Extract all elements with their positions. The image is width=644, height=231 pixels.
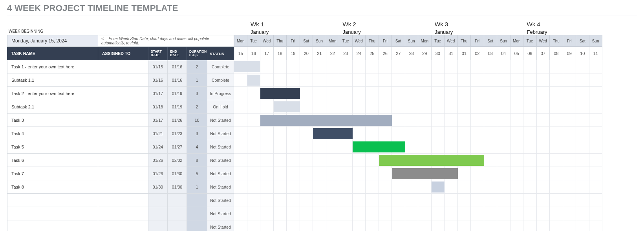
assigned-to-cell[interactable]	[98, 167, 148, 180]
assigned-to-cell[interactable]	[98, 114, 148, 127]
status-cell[interactable]: Complete	[207, 60, 234, 73]
status-cell[interactable]: Not Started	[207, 154, 234, 167]
duration-cell[interactable]	[187, 194, 207, 207]
end-date-cell[interactable]	[168, 207, 187, 220]
task-name-cell[interactable]	[7, 220, 98, 231]
end-date-cell[interactable]: 01/26	[168, 114, 187, 127]
end-date-cell[interactable]: 02/02	[168, 154, 187, 167]
start-date-cell[interactable]: 01/18	[148, 100, 168, 114]
start-date-cell[interactable]: 01/30	[148, 180, 168, 194]
task-name-cell[interactable]: Task 7	[7, 167, 98, 180]
end-date-cell[interactable]: 01/30	[168, 167, 187, 180]
assigned-to-cell[interactable]	[98, 220, 148, 231]
task-name-cell[interactable]: Task 8	[7, 180, 98, 194]
assigned-to-cell[interactable]	[98, 127, 148, 140]
duration-cell[interactable]: 1	[187, 73, 207, 87]
start-date-cell[interactable]	[148, 220, 168, 231]
gantt-cell	[523, 114, 537, 127]
duration-cell[interactable]: 2	[187, 100, 207, 114]
assigned-to-cell[interactable]	[98, 194, 148, 207]
status-cell[interactable]: Complete	[207, 73, 234, 87]
task-name-cell[interactable]: Task 2 - enter your own text here	[7, 87, 98, 100]
end-date-cell[interactable]: 01/23	[168, 127, 187, 140]
gantt-bar[interactable]	[260, 115, 392, 126]
start-date-cell[interactable]	[148, 207, 168, 220]
duration-cell[interactable]: 3	[187, 87, 207, 100]
assigned-to-cell[interactable]	[98, 140, 148, 154]
end-date-cell[interactable]: 01/19	[168, 87, 187, 100]
duration-cell[interactable]: 4	[187, 140, 207, 154]
assigned-to-cell[interactable]	[98, 207, 148, 220]
assigned-to-cell[interactable]	[98, 60, 148, 73]
status-cell[interactable]: Not Started	[207, 180, 234, 194]
gantt-bar[interactable]	[432, 182, 445, 192]
start-date-cell[interactable]: 01/17	[148, 87, 168, 100]
task-name-cell[interactable]	[7, 194, 98, 207]
end-date-cell[interactable]	[168, 194, 187, 207]
start-date-cell[interactable]: 01/21	[148, 127, 168, 140]
assigned-to-cell[interactable]	[98, 180, 148, 194]
day-number-cell: 17	[260, 47, 274, 60]
gantt-bar[interactable]	[234, 61, 260, 72]
duration-cell[interactable]: 3	[187, 127, 207, 140]
status-cell[interactable]: Not Started	[207, 167, 234, 180]
gantt-cell	[234, 140, 247, 154]
duration-cell[interactable]	[187, 220, 207, 231]
assigned-to-cell[interactable]	[98, 87, 148, 100]
end-date-cell[interactable]: 01/16	[168, 73, 187, 87]
end-date-cell[interactable]: 01/19	[168, 100, 187, 114]
task-name-cell[interactable]: Task 1 - enter your own text here	[7, 60, 98, 73]
start-date-cell[interactable]: 01/26	[148, 167, 168, 180]
status-cell[interactable]: Not Started	[207, 220, 234, 231]
status-cell[interactable]: On Hold	[207, 100, 234, 114]
start-date-cell[interactable]: 01/15	[148, 60, 168, 73]
gantt-cell	[247, 220, 261, 231]
end-date-cell[interactable]: 01/16	[168, 60, 187, 73]
start-date-cell[interactable]: 01/26	[148, 154, 168, 167]
status-cell[interactable]: Not Started	[207, 207, 234, 220]
status-cell[interactable]: Not Started	[207, 114, 234, 127]
end-date-cell[interactable]: 01/27	[168, 140, 187, 154]
gantt-bar[interactable]	[247, 75, 261, 86]
duration-cell[interactable]: 1	[187, 180, 207, 194]
start-date-cell[interactable]: 01/24	[148, 140, 168, 154]
status-cell[interactable]: In Progress	[207, 87, 234, 100]
gantt-cell	[300, 194, 313, 207]
status-cell[interactable]: Not Started	[207, 127, 234, 140]
start-date-cell[interactable]: 01/17	[148, 114, 168, 127]
gantt-bar[interactable]	[274, 101, 300, 112]
task-name-cell[interactable]: Task 4	[7, 127, 98, 140]
assigned-to-cell[interactable]	[98, 154, 148, 167]
gantt-bar[interactable]	[379, 155, 484, 166]
end-date-cell[interactable]: 01/30	[168, 180, 187, 194]
week-start-date-input[interactable]	[7, 35, 98, 47]
task-name-cell[interactable]: Task 5	[7, 140, 98, 154]
task-name-cell[interactable]: Subtask 1.1	[7, 73, 98, 87]
task-name-cell[interactable]: Task 6	[7, 154, 98, 167]
start-date-cell[interactable]: 01/16	[148, 73, 168, 87]
gantt-bar[interactable]	[260, 88, 300, 99]
task-name-cell[interactable]: Subtask 2.1	[7, 100, 98, 114]
duration-cell[interactable]: 2	[187, 60, 207, 73]
week-start-date-hint: <--- Enter Week Start Date; chart days a…	[98, 35, 234, 47]
gantt-bar[interactable]	[392, 168, 458, 179]
gantt-bar[interactable]	[313, 128, 353, 139]
duration-cell[interactable]: 10	[187, 114, 207, 127]
task-name-cell[interactable]: Task 3	[7, 114, 98, 127]
duration-cell[interactable]: 8	[187, 154, 207, 167]
status-cell[interactable]: Not Started	[207, 194, 234, 207]
start-date-cell[interactable]	[148, 194, 168, 207]
gantt-cell	[550, 180, 563, 194]
end-date-cell[interactable]	[168, 220, 187, 231]
assigned-to-cell[interactable]	[98, 73, 148, 87]
assigned-to-cell[interactable]	[98, 100, 148, 114]
gantt-bar[interactable]	[353, 141, 405, 152]
gantt-cell	[445, 127, 458, 140]
gantt-cell	[523, 87, 537, 100]
duration-cell[interactable]: 5	[187, 167, 207, 180]
week-4-label: Wk 4	[526, 21, 618, 28]
status-cell[interactable]: Not Started	[207, 140, 234, 154]
gantt-cell	[445, 100, 458, 114]
task-name-cell[interactable]	[7, 207, 98, 220]
duration-cell[interactable]	[187, 207, 207, 220]
